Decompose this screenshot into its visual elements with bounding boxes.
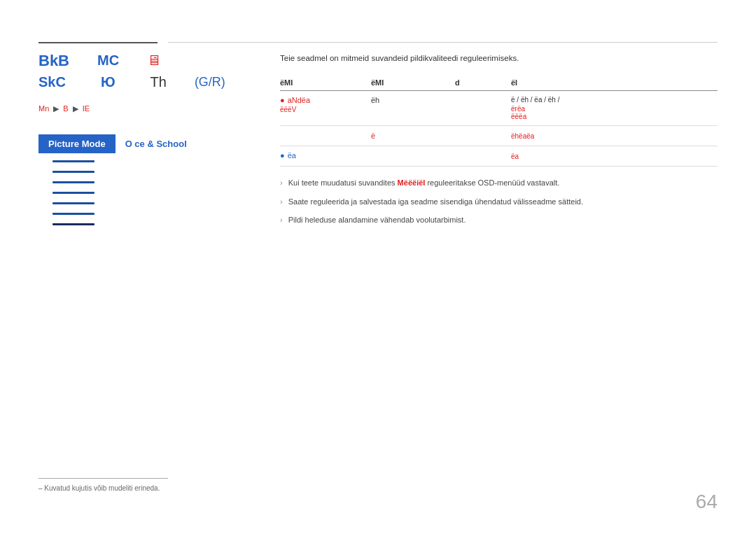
row1-icon: ●: [280, 96, 285, 104]
table-header: ёМI ёМI d ёI: [280, 78, 718, 91]
yu-icon: Ю: [101, 74, 115, 90]
breadcrumb-sep2: ▶: [73, 104, 78, 113]
menu-item-line: [52, 181, 94, 183]
table-row-3: ● ёa ёa: [280, 146, 718, 167]
menu-items-list: [38, 160, 270, 225]
breadcrumb-ie: IE: [83, 104, 90, 113]
notes-list: › Kui teete muudatusi suvandites МёёёiёI…: [280, 177, 718, 226]
table-row-1: ● aNdёa ёёёV ёh ё / ёh / ёa / ёh / ёrёaё…: [280, 91, 718, 126]
skc-icon: SkC: [38, 74, 66, 90]
page-number: 64: [696, 491, 718, 513]
breadcrumb: Мn ▶ B ▶ IE: [38, 104, 270, 113]
note-item-1: › Kui teete muudatusi suvandites МёёёiёI…: [280, 177, 718, 189]
note-item-2: › Saate reguleerida ja salvestada iga se…: [280, 196, 718, 208]
breadcrumb-sep1: ▶: [53, 104, 59, 113]
bottom-note-divider: [38, 478, 168, 479]
menu-item: [52, 171, 270, 173]
right-column: Teie seadmel on mitmeid suvandeid pildik…: [280, 52, 718, 233]
td-row2-col2: ё: [371, 131, 455, 141]
picture-mode-row: Picture Mode O ce & School: [38, 134, 270, 153]
bkb-icon: BkB: [38, 53, 69, 69]
menu-item-line: [52, 160, 94, 162]
icon-monitor: 🖥: [147, 52, 161, 69]
th-col2: ёМI: [371, 78, 455, 87]
row2-mode: ё: [371, 132, 375, 140]
picture-mode-label: Picture Mode: [38, 134, 115, 153]
icon-row-1: BkB МC 🖥: [38, 52, 270, 69]
note-bullet-3: ›: [280, 214, 283, 226]
left-column: BkB МC 🖥 SkC Ю Th (G/R) Мn ▶ B ▶ IE: [38, 52, 270, 234]
menu-item: [52, 181, 270, 183]
menu-item-line-dark: [52, 223, 94, 225]
note-item-3: › Pildi heleduse alandamine vähendab voo…: [280, 214, 718, 226]
breadcrumb-b: B: [63, 104, 68, 113]
monitor-icon: 🖥: [147, 52, 161, 68]
td-row1-col1: ● aNdёa ёёёV: [280, 96, 371, 113]
note-bullet-1: ›: [280, 177, 283, 189]
menu-item: [52, 213, 270, 215]
row1-sub-values: ёrёaёёёa: [511, 105, 718, 120]
breadcrumb-mn: Мn: [38, 104, 49, 113]
row1-subname: ёёёV: [280, 106, 371, 113]
row3-name: ёa: [288, 151, 296, 160]
row1-values: ё / ёh / ёa / ёh /: [511, 96, 718, 104]
menu-item: [52, 192, 270, 194]
table-row-2: ё ёhёaёa: [280, 126, 718, 146]
row3-icon: ●: [280, 151, 285, 160]
bottom-note-text: – Kuvatud kujutis võib mudeliti erineda.: [38, 484, 168, 492]
th-col1: ёМI: [280, 78, 371, 87]
icon-mc: МC: [97, 52, 119, 69]
gr-icon: (G/R): [195, 75, 225, 90]
picture-mode-container: Picture Mode O ce & School: [38, 134, 270, 153]
note-bullet-2: ›: [280, 196, 283, 208]
th-col4: ёI: [511, 78, 718, 87]
menu-item: [52, 160, 270, 162]
note-text-2: Saate reguleerida ja salvestada iga sead…: [288, 196, 583, 208]
note-text-3: Pildi heleduse alandamine vähendab voolu…: [288, 214, 466, 226]
row3-value: ёa: [511, 153, 519, 160]
picture-mode-value: O ce & School: [115, 134, 197, 153]
icon-bkb: BkB: [38, 53, 69, 69]
td-row1-col4: ё / ёh / ёa / ёh / ёrёaёёёa: [511, 96, 718, 120]
th-col3: d: [455, 78, 511, 87]
menu-item-line: [52, 202, 94, 204]
menu-item-line: [52, 213, 94, 215]
note-text-1: Kui teete muudatusi suvandites МёёёiёI r…: [288, 177, 560, 189]
menu-item-line: [52, 171, 94, 173]
td-row3-col1: ● ёa: [280, 151, 371, 160]
bottom-note: – Kuvatud kujutis võib mudeliti erineda.: [38, 478, 168, 492]
row2-value: ёhёaёa: [511, 132, 534, 140]
menu-item: [52, 223, 270, 225]
right-intro-text: Teie seadmel on mitmeid suvandeid pildik…: [280, 52, 718, 64]
mc-icon: МC: [97, 52, 119, 68]
icon-row-2: SkC Ю Th (G/R): [38, 74, 270, 90]
menu-item-line: [52, 192, 94, 194]
menu-item: [52, 202, 270, 204]
td-row1-col2: ёh: [371, 96, 455, 104]
row1-name: aNdёa: [288, 96, 310, 104]
th-icon: Th: [150, 74, 167, 90]
td-row3-col4: ёa: [511, 151, 718, 161]
td-row2-col4: ёhёaёa: [511, 131, 718, 141]
